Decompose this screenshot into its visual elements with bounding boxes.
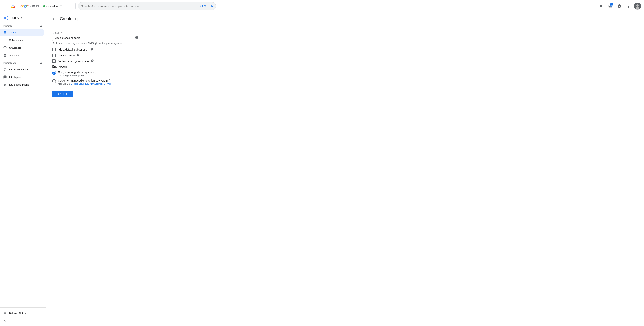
more-icon: ⋮ (627, 4, 630, 8)
badge-count: 16 (610, 3, 613, 6)
topic-id-input[interactable] (55, 36, 133, 39)
radio-cmek-button[interactable] (52, 79, 56, 83)
sidebar-collapse-button[interactable] (0, 317, 46, 325)
svg-rect-25 (4, 70, 5, 71)
project-selector[interactable]: yt-devclone ▾ (41, 3, 76, 9)
checkbox-retention-box[interactable] (52, 59, 56, 63)
sidebar-item-topics[interactable]: Topics (0, 28, 44, 36)
app-body: Pub/Sub Pub/Sub ▲ Topics Subscriptions S… (0, 12, 644, 326)
sidebar-item-label-lite-subscriptions: Lite Subscriptions (9, 83, 29, 86)
sidebar-item-lite-topics[interactable]: Lite Topics (0, 73, 44, 81)
svg-rect-21 (5, 56, 6, 57)
checkbox-default-sub-box[interactable] (52, 48, 56, 51)
user-avatar[interactable] (634, 3, 641, 9)
field-help-icon[interactable] (135, 36, 138, 40)
svg-point-7 (4, 17, 5, 18)
sidebar-app-header: Pub/Sub (0, 12, 46, 22)
search-bar: Search (78, 2, 216, 10)
sidebar-item-schemas[interactable]: Schemas (0, 51, 44, 59)
pubsub-section-header[interactable]: Pub/Sub ▲ (0, 22, 46, 28)
sidebar-item-label-topics: Topics (9, 31, 16, 34)
sidebar-item-label-lite-topics: Lite Topics (9, 76, 21, 79)
topic-name-helper: Topic name: projects/yt-devclone-d5b1f/t… (52, 42, 174, 45)
sidebar-item-label-schemas: Schemas (9, 54, 20, 57)
radio-google-managed[interactable]: Google-managed encryption key No configu… (52, 71, 174, 77)
svg-rect-24 (4, 70, 6, 70)
notifications-button[interactable] (597, 2, 605, 10)
svg-point-2 (201, 5, 203, 7)
sidebar-item-lite-subscriptions[interactable]: Lite Subscriptions (0, 81, 44, 89)
radio-cmek[interactable]: Customer-managed encryption key (CMEK) M… (52, 79, 174, 85)
encryption-title: Encryption (52, 65, 174, 68)
retention-help-icon[interactable] (91, 59, 94, 63)
svg-rect-28 (4, 85, 5, 86)
checkbox-schema[interactable]: Use a schema (52, 53, 174, 57)
svg-line-11 (5, 18, 6, 19)
lite-reservations-icon (3, 67, 7, 71)
radio-google-managed-desc: No configuration required (58, 74, 97, 77)
sidebar-item-snapshots[interactable]: Snapshots (0, 44, 44, 51)
topic-id-field: Topic ID * Topic name: projects/yt-devcl… (52, 32, 174, 45)
svg-rect-13 (4, 32, 6, 32)
logo-area: Google Cloud (10, 3, 39, 9)
svg-point-1 (11, 6, 13, 8)
topic-id-label: Topic ID * (52, 32, 174, 34)
lite-section-label: Pub/Sub Lite (3, 61, 16, 64)
help-button[interactable] (616, 2, 623, 10)
subscriptions-icon (3, 38, 7, 42)
schema-help-icon[interactable] (76, 53, 80, 57)
lite-subscriptions-icon (3, 83, 7, 87)
badge-container: 16 (606, 2, 614, 10)
svg-rect-23 (4, 69, 6, 69)
google-cloud-logo-icon (10, 3, 16, 9)
logo-text: Google Cloud (18, 4, 39, 8)
checkbox-retention[interactable]: Enable message retention (52, 59, 174, 63)
radio-cmek-content: Customer-managed encryption key (CMEK) M… (58, 79, 112, 85)
pubsub-section-label: Pub/Sub (3, 24, 12, 27)
default-sub-help-icon[interactable] (90, 48, 94, 51)
svg-point-8 (6, 16, 8, 17)
search-icon (200, 4, 204, 8)
schemas-icon (3, 53, 7, 57)
search-button[interactable]: Search (200, 4, 213, 8)
snapshots-icon (3, 46, 7, 50)
top-header: Google Cloud yt-devclone ▾ Search (0, 0, 644, 12)
project-status-dot (43, 5, 45, 7)
pubsub-section-chevron: ▲ (39, 24, 43, 28)
back-button[interactable] (51, 15, 58, 22)
svg-rect-19 (5, 54, 6, 55)
checkbox-default-sub-label: Add a default subscription (58, 48, 88, 51)
svg-rect-12 (4, 31, 6, 32)
svg-point-0 (13, 6, 15, 8)
radio-google-managed-content: Google-managed encryption key No configu… (58, 71, 97, 77)
checkbox-schema-box[interactable] (52, 54, 56, 57)
release-notes-icon (3, 311, 7, 315)
checkbox-schema-label: Use a schema (58, 54, 74, 57)
radio-google-managed-button[interactable] (52, 71, 56, 75)
svg-rect-15 (4, 39, 6, 39)
lite-topics-icon (3, 75, 7, 79)
sidebar-item-lite-reservations[interactable]: Lite Reservations (0, 65, 44, 73)
create-button[interactable]: CREATE (52, 91, 73, 98)
hamburger-menu[interactable] (3, 4, 8, 8)
more-options-button[interactable]: ⋮ (625, 2, 632, 10)
collapse-icon (3, 319, 7, 323)
header-right: 16 ⋮ (597, 2, 641, 10)
checkbox-default-subscription[interactable]: Add a default subscription (52, 48, 174, 51)
sidebar-app-title: Pub/Sub (10, 16, 22, 20)
sidebar-item-release-notes[interactable]: Release Notes (0, 309, 44, 317)
svg-point-9 (6, 19, 8, 20)
svg-line-3 (202, 7, 203, 7)
notifications-icon (599, 4, 603, 8)
radio-cmek-label: Customer-managed encryption key (CMEK) (58, 79, 112, 82)
lite-section-header[interactable]: Pub/Sub Lite ▲ (0, 59, 46, 65)
cmek-link[interactable]: Google Cloud Key Management Service (70, 83, 112, 85)
search-input[interactable] (81, 4, 200, 8)
svg-rect-16 (4, 40, 6, 40)
sidebar-item-subscriptions[interactable]: Subscriptions (0, 36, 44, 44)
radio-google-managed-label: Google-managed encryption key (58, 71, 97, 74)
help-icon (617, 4, 622, 8)
radio-google-managed-inner (53, 72, 55, 74)
svg-rect-20 (4, 56, 5, 57)
radio-cmek-desc-prefix: Manage via (58, 83, 70, 85)
